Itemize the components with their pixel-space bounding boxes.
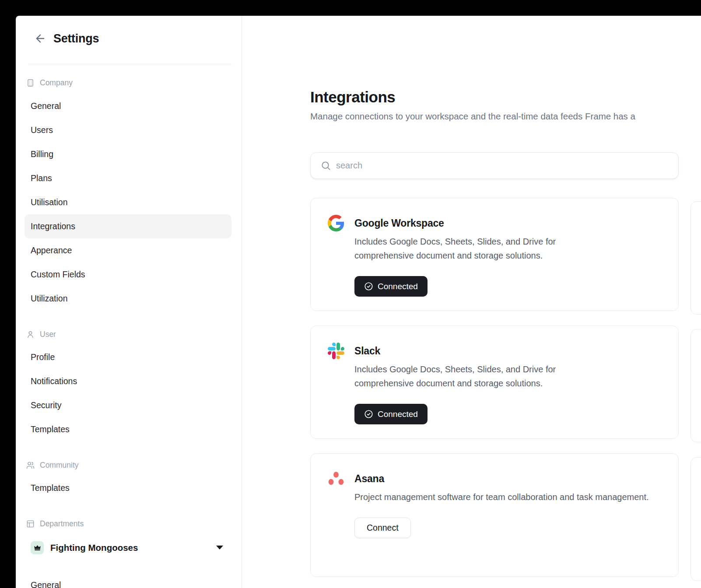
search-input[interactable] [336,153,678,178]
sidebar: Settings Company General Users Billing P… [16,16,242,588]
sidebar-section-community: Community [26,460,242,470]
page-title: Integrations [310,88,701,107]
sidebar-section-company: Company [26,77,242,88]
integration-card-slack: Slack Includes Google Docs, Sheets, Slid… [310,326,679,439]
integration-card-partial [690,329,701,442]
sidebar-item-integrations[interactable]: Integrations [25,214,231,238]
slack-logo [328,343,344,359]
section-label: Departments [40,519,84,528]
connect-button[interactable]: Connect [354,518,411,538]
sidebar-title: Settings [53,32,99,46]
button-label: Connected [378,410,418,419]
search-icon [321,161,331,171]
department-selector[interactable]: Fighting Mongooses [16,536,242,560]
sidebar-item-utilisation[interactable]: Utilisation [16,190,242,214]
sidebar-item-security[interactable]: Security [16,393,242,417]
integration-card-google-workspace: Google Workspace Includes Google Docs, S… [310,198,679,311]
sidebar-item-utilization[interactable]: Utilization [16,287,242,311]
connected-button[interactable]: Connected [354,276,428,297]
check-circle-icon [364,410,373,419]
sidebar-item-general[interactable]: General [16,94,242,118]
section-label: Community [40,461,79,470]
integration-name: Google Workspace [354,215,610,231]
button-label: Connect [367,523,399,533]
google-logo [328,215,344,231]
sidebar-item-billing[interactable]: Billing [16,142,242,166]
sidebar-item-templates-community[interactable]: Templates [16,476,242,500]
crown-icon [34,544,41,551]
sidebar-section-user: User [26,329,242,340]
team-badge [31,541,44,554]
sidebar-header: Settings [34,29,242,48]
department-name: Fighting Mongooses [50,542,138,553]
search-box [310,152,679,179]
sidebar-divider [28,64,231,64]
integration-name: Asana [354,470,649,487]
sidebar-item-custom-fields[interactable]: Custom Fields [16,262,242,287]
building-icon [26,79,35,87]
users-icon [26,461,35,469]
sidebar-item-templates-user[interactable]: Templates [16,417,242,441]
sidebar-item-department-general[interactable]: General [16,573,242,588]
sidebar-item-profile[interactable]: Profile [16,345,242,369]
integration-name: Slack [354,343,610,359]
sidebar-company-items: General Users Billing Plans Utilisation … [16,94,242,311]
chevron-down-icon[interactable] [216,546,223,550]
sidebar-item-plans[interactable]: Plans [16,166,242,190]
check-circle-icon [364,282,373,291]
integration-card-partial [690,457,701,581]
integration-description: Includes Google Docs, Sheets, Slides, an… [354,362,610,390]
page-subtitle: Manage connections to your workspace and… [310,111,701,122]
sidebar-user-items: Profile Notifications Security Templates [16,345,242,441]
sidebar-item-apperance[interactable]: Apperance [16,238,242,262]
panels-icon [26,520,35,528]
main-content: Integrations Manage connections to your … [242,16,701,588]
sidebar-community-items: Templates [16,476,242,500]
integration-card-partial [690,201,701,315]
integration-description: Includes Google Docs, Sheets, Slides, an… [354,234,610,262]
sidebar-section-departments: Departments [26,518,242,529]
integration-description: Project management software for team col… [354,490,649,504]
sidebar-item-users[interactable]: Users [16,118,242,142]
connected-button[interactable]: Connected [354,404,428,424]
section-label: User [40,330,56,339]
back-arrow-icon[interactable] [34,32,46,45]
sidebar-item-notifications[interactable]: Notifications [16,369,242,393]
button-label: Connected [378,282,418,291]
section-label: Company [40,78,73,88]
integration-card-asana: Asana Project management software for te… [310,453,679,577]
asana-logo [328,470,344,487]
user-icon [26,330,35,339]
settings-window: Settings Company General Users Billing P… [16,16,701,588]
